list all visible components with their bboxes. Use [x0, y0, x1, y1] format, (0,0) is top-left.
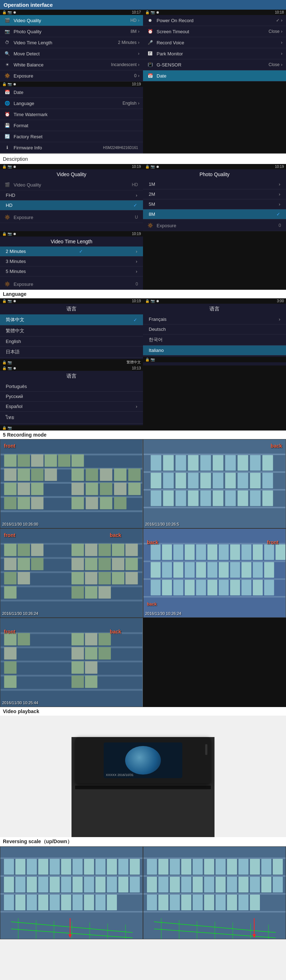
- lang3-option-th[interactable]: ไทย: [0, 412, 143, 424]
- menu-item-format[interactable]: 💾 Format: [0, 120, 143, 131]
- svg-rect-16: [72, 468, 84, 481]
- menu-item-record-voice[interactable]: 🎤 Record Voice ›: [143, 37, 286, 48]
- vt-option-2min[interactable]: 2 Minutes ✓ ›: [0, 247, 143, 256]
- lang2-option-de[interactable]: Deutsch: [143, 325, 286, 334]
- lang1-option-ja[interactable]: 日本語: [0, 347, 143, 358]
- svg-rect-44: [188, 455, 199, 471]
- svg-rect-169: [4, 859, 14, 875]
- power-on-icon: ⏺: [147, 17, 154, 24]
- menu-item-factory-reset[interactable]: 🔄 Factory Reset: [0, 131, 143, 142]
- svg-rect-32: [72, 497, 84, 509]
- lang2-de-label: Deutsch: [149, 326, 166, 332]
- lang1-bottom-icons: 🔒 📷: [2, 361, 12, 364]
- svg-rect-81: [18, 558, 30, 570]
- vt-5min-label: 5 Minutes: [6, 269, 26, 274]
- lang1-zhcn-label: 简体中文: [6, 317, 24, 323]
- recording-frame-1: 🔒 📷 ⏺ 10:26: [0, 439, 143, 528]
- lang3-status-time: 10:13: [132, 366, 141, 370]
- menu-item-firmware[interactable]: ℹ Firmware Info HSM2248H6216D161: [0, 142, 143, 153]
- lang3-option-ru[interactable]: Русский: [0, 391, 143, 402]
- svg-rect-23: [31, 483, 44, 495]
- svg-rect-61: [150, 490, 161, 506]
- svg-rect-97: [98, 572, 111, 584]
- menu-item-screen-timeout[interactable]: ⏰ Screen Timeout Close ›: [143, 26, 286, 37]
- vq-option-hd[interactable]: HD ✓: [0, 200, 143, 210]
- lang2-option-fr[interactable]: Français ›: [143, 314, 286, 325]
- menu-item-video-time[interactable]: ⏱ Video Time Length 2 Minutes ›: [0, 37, 143, 48]
- lang3-option-es[interactable]: Español ›: [0, 402, 143, 412]
- lang1-en-label: English: [6, 339, 21, 344]
- lang3-option-pt[interactable]: Português: [0, 382, 143, 391]
- svg-rect-167: [0, 893, 143, 895]
- move-detect-icon: 🔍: [3, 50, 11, 57]
- svg-rect-217: [143, 893, 286, 895]
- menu-item-white-balance[interactable]: ☀ White Balance Incandescent ›: [0, 59, 143, 70]
- pq-status-time: 10:19: [275, 165, 284, 169]
- lang2-bottom-icons: 🔒 📷: [145, 358, 155, 361]
- lang3-bottom-bar: 🔒 📷: [0, 425, 143, 431]
- menu-item-date-right[interactable]: 📅 Date: [143, 70, 286, 81]
- svg-rect-64: [188, 490, 199, 506]
- svg-rect-117: [241, 544, 251, 560]
- lang1-status-icons: 🔒 📷 ⏺: [2, 299, 16, 303]
- lang2-option-it[interactable]: Italiano: [143, 345, 286, 355]
- menu-item-power-on-record[interactable]: ⏺ Power On Record ✓ ›: [143, 15, 286, 26]
- menu-item-gsensor[interactable]: 📳 G-SENSOR Close ›: [143, 59, 286, 70]
- pq-8m-check: ✓: [276, 212, 280, 217]
- lang2-status-bar: 🔒 📷 ⏺ 3:00: [143, 298, 286, 304]
- pq-bg-label: Exposure: [157, 223, 278, 228]
- lang1-option-en[interactable]: English: [0, 337, 143, 347]
- svg-rect-25: [86, 483, 98, 495]
- svg-rect-63: [176, 490, 186, 506]
- menu-item-video-quality[interactable]: 🎬 Video Quality HD ›: [0, 15, 143, 26]
- lang1-option-zhcn[interactable]: 简体中文 ✓: [0, 314, 143, 326]
- svg-rect-140: [241, 580, 251, 596]
- pq-status-bar: 🔒 📷 ⏺ 10:19: [143, 164, 286, 169]
- pq-option-5m[interactable]: 5M ›: [143, 199, 286, 209]
- menu-item-language[interactable]: 🌐 Language English ›: [0, 98, 143, 109]
- menu-item-time-watermark[interactable]: ⏰ Time Watermark: [0, 109, 143, 120]
- vt-option-5min[interactable]: 5 Minutes ›: [0, 267, 143, 277]
- op-interface-header: Operation interface: [0, 0, 286, 10]
- svg-rect-216: [143, 875, 286, 877]
- svg-rect-118: [253, 544, 263, 560]
- gsensor-label: G-SENSOR: [157, 62, 268, 67]
- svg-rect-57: [225, 473, 236, 488]
- svg-rect-79: [31, 544, 44, 556]
- menu-item-exposure-top[interactable]: 🔆 Exposure 0 ›: [0, 70, 143, 81]
- date-right-icon: 📅: [147, 72, 154, 79]
- menu-item-move-detect[interactable]: 🔍 Move Detect ›: [0, 48, 143, 59]
- svg-rect-150: [18, 633, 30, 646]
- pq-option-1m[interactable]: 1M ›: [143, 179, 286, 189]
- svg-rect-89: [85, 558, 97, 570]
- frame5-svg: [0, 618, 143, 707]
- svg-rect-137: [207, 580, 217, 596]
- svg-rect-151: [4, 647, 17, 660]
- svg-rect-83: [72, 544, 84, 556]
- menu-item-photo-quality[interactable]: 📷 Photo Quality 8M ›: [0, 26, 143, 37]
- svg-rect-94: [18, 572, 30, 584]
- svg-rect-124: [185, 562, 195, 578]
- svg-rect-201: [96, 895, 105, 910]
- svg-rect-244: [158, 895, 168, 910]
- lang1-option-zhtw[interactable]: 繁體中文: [0, 326, 143, 337]
- vt-status-icons: 🔒 📷 ⏺: [2, 232, 16, 236]
- pq-option-2m[interactable]: 2M ›: [143, 189, 286, 199]
- svg-rect-139: [230, 580, 240, 596]
- white-balance-value: Incandescent: [111, 62, 137, 67]
- svg-rect-55: [200, 473, 211, 488]
- svg-rect-168: [0, 911, 143, 913]
- lang2-option-ko[interactable]: 한국어: [143, 334, 286, 345]
- svg-rect-165: [0, 858, 143, 859]
- vq-fhd-label: FHD: [6, 192, 15, 198]
- svg-rect-188: [84, 877, 94, 892]
- pq-option-8m[interactable]: 8M ✓: [143, 209, 286, 220]
- vt-option-3min[interactable]: 3 Minutes ›: [0, 256, 143, 267]
- frame5-timestamp: 2016/11/30 10:25:44: [2, 701, 38, 705]
- vq-option-fhd[interactable]: FHD ›: [0, 191, 143, 200]
- white-balance-label: White Balance: [14, 62, 111, 67]
- menu-item-date[interactable]: 📅 Date: [0, 87, 143, 98]
- vt-bg-label: Exposure: [14, 282, 136, 287]
- vq-bg-val1: HD: [132, 182, 138, 187]
- menu-item-park-monitor[interactable]: 🅿 Park Monitor ›: [143, 48, 286, 59]
